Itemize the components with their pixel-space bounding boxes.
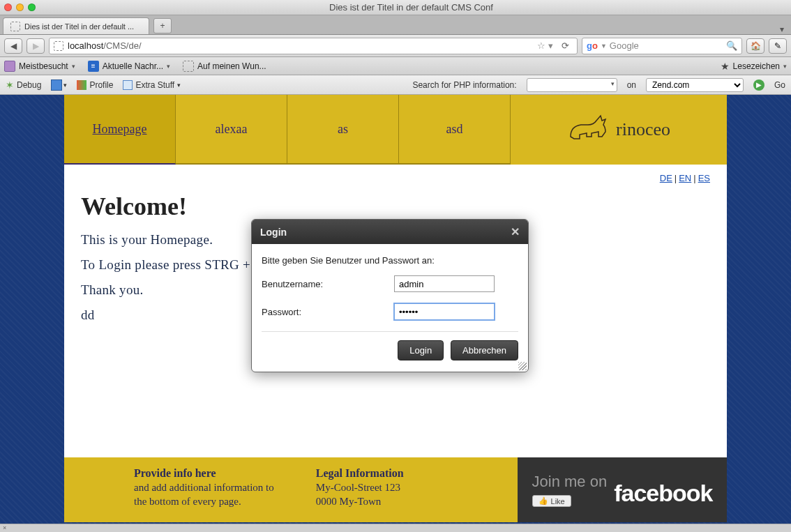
most-visited-icon: [4, 61, 15, 72]
chevron-down-icon: ▾: [783, 63, 787, 70]
password-input[interactable]: [394, 303, 495, 320]
addon-icon: ✎: [774, 41, 781, 51]
bookmarks-menu[interactable]: ★ Lesezeichen ▾: [721, 61, 787, 72]
cancel-button[interactable]: Abbrechen: [451, 340, 518, 360]
extra-stuff-menu[interactable]: Extra Stuff ▾: [123, 80, 181, 90]
google-icon: go: [587, 40, 598, 51]
php-site-select[interactable]: Zend.com: [646, 78, 744, 92]
dialog-titlebar[interactable]: Login ✕: [252, 220, 528, 244]
addon-button[interactable]: ✎: [769, 38, 787, 54]
login-button[interactable]: Login: [398, 340, 444, 360]
tabstrip-overflow-icon[interactable]: ▾: [776, 24, 788, 34]
home-icon: 🏠: [751, 41, 761, 51]
php-search-label: Search for PHP information:: [412, 80, 516, 90]
plus-icon: +: [160, 21, 165, 31]
window-icon: [123, 80, 133, 90]
go-icon[interactable]: ▶: [753, 79, 764, 91]
image-icon: [51, 79, 62, 91]
home-button[interactable]: 🏠: [746, 38, 764, 54]
star-icon: ★: [721, 61, 730, 72]
search-go-icon[interactable]: 🔍: [726, 40, 737, 51]
dev-dropdown[interactable]: ▾: [51, 79, 67, 91]
bug-icon: ✶: [6, 79, 14, 91]
bookmark-star-icon[interactable]: ☆ ▾: [533, 40, 557, 51]
php-search-input[interactable]: [527, 78, 617, 92]
forward-button[interactable]: ▶: [27, 38, 45, 54]
chevron-down-icon: ▾: [72, 63, 75, 70]
minimize-window-button[interactable]: [16, 3, 24, 11]
dialog-prompt: Bitte geben Sie Benutzer und Passwort an…: [262, 255, 518, 266]
chevron-down-icon: ▾: [167, 63, 170, 70]
username-input[interactable]: [394, 275, 495, 292]
window-titlebar: Dies ist der Titel in der default CMS Co…: [0, 0, 791, 15]
debug-button[interactable]: ✶ Debug: [6, 79, 41, 91]
dashed-icon: [183, 61, 194, 72]
rss-icon: ≡: [88, 61, 99, 72]
profile-button[interactable]: Profile: [77, 80, 113, 90]
status-close-icon[interactable]: ×: [3, 524, 6, 531]
url-toolbar: ◀ ▶ localhost/CMS/de/ ☆ ▾ ⟳ go ▼ Google …: [0, 35, 791, 57]
chevron-down-icon: ▾: [177, 82, 181, 89]
resize-grip[interactable]: [518, 362, 527, 370]
dialog-overlay: Login ✕ Bitte geben Sie Benutzer und Pas…: [0, 95, 791, 524]
password-label: Passwort:: [262, 307, 394, 317]
bookmarks-toolbar: Meistbesucht ▾ ≡ Aktuelle Nachr... ▾ Auf…: [0, 57, 791, 75]
login-dialog: Login ✕ Bitte geben Sie Benutzer und Pas…: [251, 219, 529, 372]
bookmark-wunschliste[interactable]: Auf meinen Wun...: [183, 61, 266, 72]
window-title: Dies ist der Titel in der default CMS Co…: [36, 2, 787, 13]
tab-title: Dies ist der Titel in der default ...: [24, 22, 134, 31]
go-label[interactable]: Go: [774, 80, 785, 90]
browser-search-field[interactable]: go ▼ Google 🔍: [582, 38, 742, 54]
zoom-window-button[interactable]: [28, 3, 36, 11]
reload-button[interactable]: ⟳: [557, 40, 573, 51]
address-bar[interactable]: localhost/CMS/de/ ☆ ▾ ⟳: [49, 38, 578, 54]
on-label: on: [627, 80, 636, 90]
bookmark-meistbesucht[interactable]: Meistbesucht ▾: [4, 61, 75, 72]
browser-tab[interactable]: Dies ist der Titel in der default ...: [3, 17, 149, 34]
search-placeholder: Google: [610, 40, 639, 51]
chevron-down-icon[interactable]: ▾: [611, 80, 615, 87]
url-host: localhost: [68, 40, 103, 51]
dialog-close-button[interactable]: ✕: [511, 225, 520, 238]
traffic-lights: [4, 3, 36, 11]
tab-favicon: [10, 22, 20, 31]
profile-icon: [77, 80, 86, 90]
bookmark-aktuelle-nachrichten[interactable]: ≡ Aktuelle Nachr... ▾: [88, 61, 170, 72]
tab-strip: Dies ist der Titel in der default ... + …: [0, 15, 791, 35]
username-label: Benutzername:: [262, 279, 394, 289]
close-window-button[interactable]: [4, 3, 12, 11]
new-tab-button[interactable]: +: [153, 18, 172, 33]
dialog-title: Login: [260, 227, 287, 238]
status-bar: ×: [0, 524, 791, 532]
developer-toolbar: ✶ Debug ▾ Profile Extra Stuff ▾ Search f…: [0, 75, 791, 95]
url-path: /CMS/de/: [103, 40, 141, 51]
back-button[interactable]: ◀: [4, 38, 22, 54]
page-viewport: Homepage alexaa as asd rinoceo DE|EN|ES …: [0, 95, 791, 524]
chevron-down-icon: ▾: [63, 82, 67, 89]
site-identity-icon[interactable]: [54, 41, 63, 51]
